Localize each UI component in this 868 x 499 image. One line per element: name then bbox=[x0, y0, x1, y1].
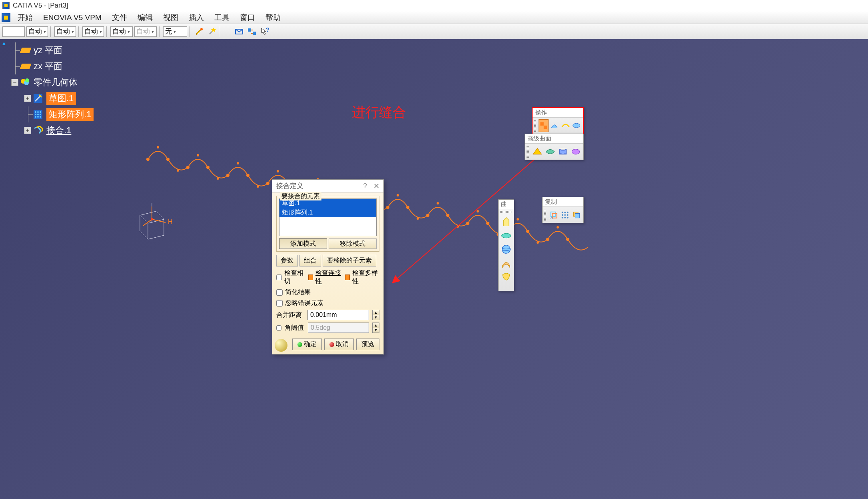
app-menu-icon[interactable] bbox=[2, 13, 10, 22]
angle-threshold-spinner: ▲▼ bbox=[372, 323, 379, 333]
check-connexity-indicator[interactable] bbox=[308, 275, 313, 280]
tree-item-join1[interactable]: + 接合.1 bbox=[11, 122, 94, 138]
color-input[interactable] bbox=[2, 26, 25, 37]
menu-insert[interactable]: 插入 bbox=[184, 11, 209, 24]
menu-view[interactable]: 视图 bbox=[158, 11, 183, 24]
merge-distance-input[interactable]: 0.001mm bbox=[307, 310, 369, 320]
menu-window[interactable]: 窗口 bbox=[235, 11, 260, 24]
wrap-curve-icon[interactable] bbox=[544, 145, 556, 158]
svg-point-47 bbox=[426, 214, 429, 217]
svg-point-15 bbox=[40, 114, 41, 115]
svg-point-60 bbox=[557, 226, 559, 228]
sweep-surface-icon[interactable] bbox=[500, 257, 513, 269]
ok-button[interactable]: 确定 bbox=[292, 339, 322, 350]
dropdown-4[interactable]: 自动 bbox=[110, 26, 133, 37]
svg-point-85 bbox=[502, 245, 511, 254]
cancel-button[interactable]: 取消 bbox=[324, 339, 354, 350]
brush-icon[interactable] bbox=[194, 26, 205, 37]
help-cursor-icon[interactable]: ? bbox=[259, 26, 270, 37]
tree-item-rectpattern1[interactable]: 矩形阵列.1 bbox=[11, 106, 94, 122]
wand-icon[interactable] bbox=[206, 26, 217, 37]
check-tangency[interactable] bbox=[276, 274, 282, 281]
healing-tool-icon[interactable] bbox=[549, 119, 559, 132]
menu-help[interactable]: 帮助 bbox=[261, 11, 285, 24]
join-tool-icon[interactable] bbox=[539, 119, 549, 132]
angle-threshold-input: 0.5deg bbox=[308, 323, 369, 333]
replicate-toolbar[interactable]: 复制 xN bbox=[542, 197, 584, 223]
wrap-surface-icon[interactable] bbox=[557, 145, 569, 158]
check-manifold-indicator[interactable] bbox=[345, 275, 350, 280]
tab-subelements[interactable]: 要移除的子元素 bbox=[323, 255, 376, 267]
tab-parameters[interactable]: 参数 bbox=[276, 255, 298, 267]
pattern-icon[interactable] bbox=[560, 208, 570, 221]
duplicate-icon[interactable] bbox=[571, 208, 582, 221]
elements-list[interactable]: 草图.1 矩形阵列.1 bbox=[279, 198, 377, 236]
collapse-icon[interactable]: − bbox=[11, 79, 18, 86]
dropdown-1[interactable]: 自动 bbox=[26, 26, 48, 37]
svg-point-57 bbox=[526, 230, 529, 233]
pattern-icon bbox=[33, 109, 43, 120]
shape-morph-icon[interactable] bbox=[570, 145, 582, 158]
toolbar-drag-handle[interactable] bbox=[527, 146, 529, 158]
dialog-titlebar[interactable]: 接合定义 ? ✕ bbox=[272, 180, 383, 192]
svg-line-65 bbox=[152, 219, 166, 222]
dropdown-5[interactable]: 自动 bbox=[134, 26, 157, 37]
dropdown-3[interactable]: 自动 bbox=[82, 26, 104, 37]
menu-start[interactable]: 开始 bbox=[13, 11, 38, 24]
list-item[interactable]: 矩形阵列.1 bbox=[279, 208, 376, 217]
bump-surface-icon[interactable] bbox=[531, 145, 543, 158]
tab-federation[interactable]: 组合 bbox=[299, 255, 321, 267]
swap-icon[interactable] bbox=[246, 26, 257, 37]
tree-item-partbody[interactable]: − 零件几何体 bbox=[11, 74, 94, 90]
operations-toolbar[interactable]: 操作 bbox=[532, 107, 584, 134]
extrude-surface-icon[interactable] bbox=[500, 216, 513, 228]
menu-file[interactable]: 文件 bbox=[107, 11, 132, 24]
fill-surface-icon[interactable] bbox=[500, 270, 513, 283]
svg-point-53 bbox=[486, 222, 489, 225]
join-definition-dialog: 接合定义 ? ✕ 要接合的元素 草图.1 矩形阵列.1 添加模式 移除模式 参数… bbox=[272, 179, 384, 355]
svg-point-71 bbox=[572, 149, 579, 154]
svg-point-23 bbox=[186, 166, 190, 169]
expand-icon[interactable]: + bbox=[24, 127, 31, 134]
toolbar-drag-handle[interactable] bbox=[500, 211, 512, 213]
preview-button[interactable]: 预览 bbox=[356, 339, 379, 350]
untrim-tool-icon[interactable] bbox=[571, 119, 581, 132]
side-toolbar[interactable]: 曲 bbox=[498, 199, 514, 291]
curve-smooth-icon[interactable] bbox=[561, 119, 571, 132]
svg-point-14 bbox=[37, 114, 39, 115]
svg-point-17 bbox=[37, 116, 39, 118]
dialog-close-button[interactable]: ✕ bbox=[373, 182, 379, 190]
dropdown-2[interactable]: 自动 bbox=[54, 26, 76, 37]
menu-enovia[interactable]: ENOVIA V5 VPM bbox=[38, 12, 106, 24]
envelope-icon[interactable] bbox=[233, 26, 245, 37]
dialog-help-button[interactable]: ? bbox=[363, 182, 367, 190]
revolve-surface-icon[interactable] bbox=[500, 229, 513, 242]
svg-point-79 bbox=[562, 217, 563, 218]
tree-collapse-handle[interactable] bbox=[0, 39, 8, 47]
svg-point-58 bbox=[537, 241, 539, 244]
menu-edit[interactable]: 编辑 bbox=[133, 11, 158, 24]
svg-point-70 bbox=[573, 124, 580, 128]
viewport-3d[interactable]: yz 平面 zx 平面 − 零件几何体 + 草图.1 矩形阵列.1 bbox=[0, 39, 868, 499]
check-ignore-errors[interactable] bbox=[276, 300, 283, 307]
check-angle-threshold[interactable] bbox=[276, 325, 281, 331]
remove-mode-button[interactable]: 移除模式 bbox=[329, 238, 377, 249]
object-repetition-icon[interactable]: xN bbox=[549, 208, 559, 221]
check-simplify[interactable] bbox=[276, 289, 283, 296]
toolbar-drag-handle[interactable] bbox=[544, 209, 546, 221]
svg-point-25 bbox=[206, 166, 210, 169]
tree-item-yz-plane[interactable]: yz 平面 bbox=[11, 42, 94, 58]
svg-point-80 bbox=[565, 217, 566, 218]
dropdown-6[interactable]: 无 bbox=[163, 26, 187, 37]
advanced-surface-toolbar[interactable]: 高级曲面 bbox=[525, 134, 584, 160]
toolbar-drag-handle[interactable] bbox=[534, 120, 536, 132]
expand-icon[interactable]: + bbox=[24, 95, 31, 102]
merge-distance-spinner[interactable]: ▲▼ bbox=[372, 310, 379, 320]
sphere-surface-icon[interactable] bbox=[500, 243, 513, 256]
tree-item-zx-plane[interactable]: zx 平面 bbox=[11, 58, 94, 74]
axis-compass[interactable]: H bbox=[132, 199, 176, 243]
add-mode-button[interactable]: 添加模式 bbox=[279, 238, 327, 249]
menu-tools[interactable]: 工具 bbox=[210, 11, 234, 24]
tree-item-sketch1[interactable]: + 草图.1 bbox=[11, 90, 94, 106]
plane-icon bbox=[20, 48, 31, 53]
